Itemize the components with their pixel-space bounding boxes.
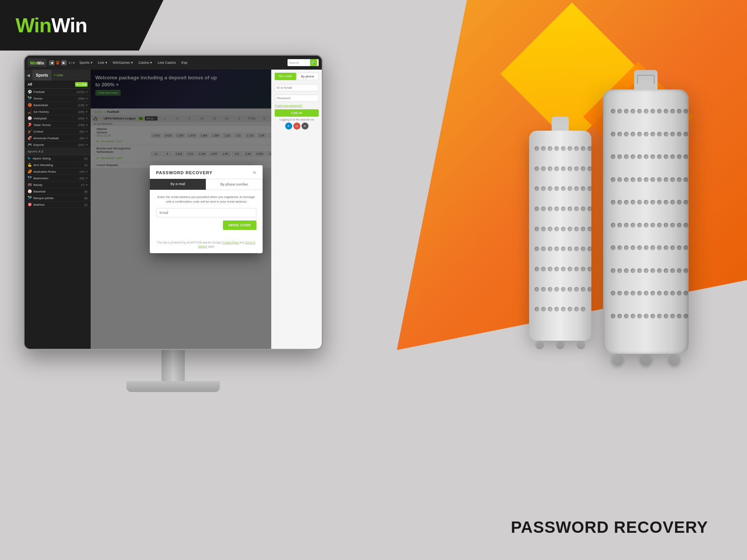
nav-logo-win2: Win (37, 61, 44, 65)
mac-pro-mini-hole (568, 166, 572, 171)
mac-pro-hole (617, 132, 622, 136)
sidebar-item-australianrules[interactable]: 🏉 Australian Rules (16) ▾ (25, 168, 91, 175)
sidebar-volleyball-count: (302) (78, 117, 84, 120)
mac-pro-hole (651, 223, 655, 228)
sidebar-sports-label[interactable]: Sports (33, 70, 51, 80)
mac-pro-mini-hole (581, 227, 586, 231)
login-forgot-link[interactable]: Forgot your password? (275, 104, 319, 107)
mac-pro-hole (624, 245, 629, 250)
login-password-input[interactable] (275, 94, 319, 102)
americanfootball-icon: 🏈 (28, 136, 32, 140)
nav-tab-live[interactable]: Live ▾ (96, 60, 110, 65)
dialog-overlay: PASSWORD RECOVERY ✕ By e-mail By phone n… (91, 70, 322, 349)
mac-pro-hole (684, 132, 688, 136)
screen-nav: WinWin ◀ ♛ ▶ 2 / 6 Sports ▾ Live ▾ WinGa… (25, 56, 322, 70)
mac-pro-mini-hole (587, 287, 591, 292)
biathlon-icon: 🎯 (28, 203, 32, 206)
nav-next[interactable]: ▶ (61, 60, 67, 65)
mac-pro-hole (684, 154, 688, 159)
nav-tab-esp[interactable]: Esp (179, 60, 190, 65)
australianrules-icon: 🏉 (28, 170, 32, 173)
mac-pro-hole (670, 132, 675, 136)
mac-pro-mini-hole (535, 227, 539, 231)
mac-pro-hole (631, 314, 635, 318)
mac-pro-hole (651, 177, 655, 182)
mac-pro-mini-hole (535, 166, 539, 171)
sidebar-football-count: (1212) (77, 91, 84, 93)
mac-pro-hole (624, 109, 629, 114)
social-close-btn[interactable]: ✕ (302, 122, 309, 130)
login-tab-email[interactable]: By e-mail (275, 73, 296, 80)
sidebar-item-basketball[interactable]: 🏀 Basketball (139) ▾ (25, 102, 91, 108)
tabletennis-icon: 🏓 (28, 123, 32, 127)
mac-pro-hole (664, 314, 668, 318)
mac-pro-hole (677, 200, 682, 205)
dialog-send-button[interactable]: SEND CODE (223, 220, 256, 230)
dialog-tab-phone[interactable]: By phone number (206, 179, 263, 190)
privacy-link[interactable]: Privacy Policy (222, 241, 239, 244)
sidebar-cricket-name: Cricket (33, 130, 78, 133)
nav-prev[interactable]: ◀ (49, 60, 54, 65)
sidebar-item-biathlon[interactable]: 🎯 Biathlon (1) (25, 201, 91, 208)
sidebar-item-tabletennis[interactable]: 🏓 Table Tennis (749) ▾ (25, 122, 91, 128)
login-tab-phone[interactable]: By phone (297, 73, 319, 80)
sidebar-live-btn[interactable]: + Live (51, 73, 65, 77)
sidebar-item-alpineskiing[interactable]: ⛷ Alpine Skiing (1) (25, 155, 91, 162)
mac-pro-mini-hole (535, 206, 539, 211)
mac-pro-mini-hole (541, 267, 546, 271)
sidebar-az-header: Sports A-Z (25, 148, 91, 155)
nav-tab-sports[interactable]: Sports ▾ (77, 60, 95, 65)
mac-pro-mini-hole (548, 206, 552, 211)
mac-pro-holes (611, 109, 681, 334)
sidebar-item-football[interactable]: ⚽ Football (1212) ▾ (25, 89, 91, 95)
sidebar-item-icehockey[interactable]: 🏒 Ice Hockey (226) ▾ (25, 108, 91, 115)
sidebar-item-tennis[interactable]: 🎾 Tennis (499) ▾ (25, 95, 91, 102)
sidebar-item-bandy[interactable]: 🥅 Bandy (7) ▾ (25, 182, 91, 188)
mac-pro-hole (670, 200, 675, 205)
sidebar-item-baseball[interactable]: ⚾ Baseball (6) (25, 188, 91, 195)
mac-pro-mini-hole (568, 186, 572, 191)
mac-pro-mini-hole (554, 287, 559, 292)
mac-pro-hole (624, 200, 629, 205)
login-register-text: Logging in to the website via (275, 118, 319, 121)
logo[interactable]: WinWin (16, 14, 87, 37)
mac-pro-hole (670, 154, 675, 159)
mac-pro-mini-hole (541, 146, 546, 151)
mac-pro-mini-hole (548, 287, 552, 292)
dialog-email-input[interactable] (156, 208, 256, 217)
mac-pro-hole (664, 200, 668, 205)
sidebar-basketball-arrow: ▾ (86, 103, 88, 107)
login-id-input[interactable] (275, 84, 319, 91)
sidebar-item-armwrestling[interactable]: 💪 Arm Wrestling (1) (25, 162, 91, 168)
mac-pro-mini-hole (574, 206, 579, 211)
nav-tab-casino[interactable]: Casino ▾ (136, 60, 155, 65)
mac-pro-mini-hole (541, 166, 546, 171)
dialog-close-button[interactable]: ✕ (253, 170, 256, 175)
dialog-tab-email[interactable]: By e-mail (150, 179, 206, 190)
mac-pro-hole (631, 223, 635, 228)
sidebar-item-americanfootball[interactable]: 🏈 American Football (90) ▾ (25, 135, 91, 142)
nav-tab-livecasino[interactable]: Live Casino (155, 60, 178, 65)
mac-pro-hole (637, 200, 642, 205)
mac-pro-hole (657, 314, 662, 318)
sidebar-item-cricket[interactable]: 🏏 Cricket (31) ▾ (25, 128, 91, 135)
search-button[interactable]: 🔍 (310, 59, 317, 66)
mac-pro-hole (657, 291, 662, 296)
social-google-btn[interactable]: G (293, 122, 300, 130)
sidebar-item-basquepelota[interactable]: 🎾 Basque pelota (6) (25, 195, 91, 201)
nav-tab-wingames[interactable]: WinGames ▾ (110, 60, 135, 65)
sidebar-item-badminton[interactable]: 🏸 Badminton (53) ▾ (25, 175, 91, 182)
dialog-captcha-text: This site is protected by reCAPTCHA and … (156, 241, 256, 248)
sidebar-all-label[interactable]: All (28, 82, 32, 86)
login-submit-btn[interactable]: LOG IN (275, 109, 319, 117)
sidebar-item-esports[interactable]: 🎮 Esports (191) ▾ (25, 142, 91, 148)
nav-logo-win1: Win (30, 61, 37, 65)
mac-pro-mini-holes (535, 146, 586, 325)
social-telegram-btn[interactable]: ✈ (285, 122, 292, 130)
sidebar-back-btn[interactable]: ◀ (25, 73, 33, 77)
sidebar-icehockey-count: (226) (78, 110, 84, 113)
sidebar-item-volleyball[interactable]: 🏐 Volleyball (302) ▾ (25, 115, 91, 122)
mac-pro-hole (644, 268, 649, 273)
password-recovery-dialog: PASSWORD RECOVERY ✕ By e-mail By phone n… (150, 165, 263, 253)
sidebar-basquepelota-name: Basque pelota (33, 196, 82, 200)
